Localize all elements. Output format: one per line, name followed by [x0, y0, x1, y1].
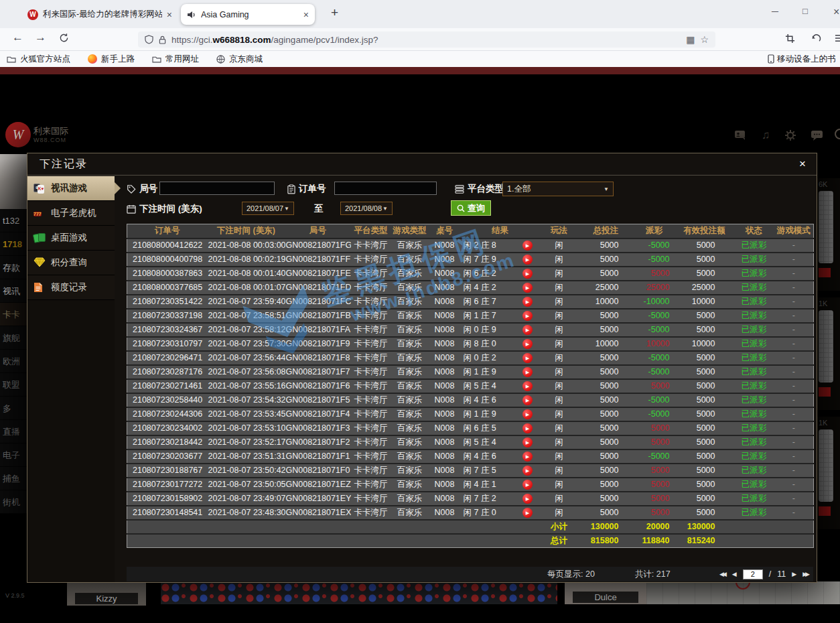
bookmark-getting-started[interactable]: 新手上路 [88, 54, 135, 65]
replay-play-button[interactable]: ▶ [522, 297, 533, 307]
replay-play-button[interactable]: ▶ [522, 311, 533, 321]
left-nav-item[interactable]: 联盟 [0, 373, 27, 397]
left-nav-item[interactable]: 存款 [0, 256, 27, 279]
left-nav-item[interactable]: 旗舰 [0, 326, 27, 350]
order-number-input[interactable] [334, 182, 437, 195]
replay-play-button[interactable]: ▶ [522, 480, 533, 490]
tab-close-icon[interactable]: × [167, 9, 172, 20]
round-number-input[interactable] [159, 182, 275, 195]
bookmark-firefox-official[interactable]: 火狐官方站点 [7, 54, 70, 65]
cell-bet-time: 2021-08-07 23:53:45 [208, 407, 285, 421]
replay-play-button[interactable]: ▶ [522, 437, 533, 447]
replay-play-button[interactable]: ▶ [522, 240, 533, 251]
left-nav-item[interactable]: 街机 [0, 490, 27, 514]
gear-icon[interactable] [784, 129, 796, 141]
date-from-picker[interactable]: 2021/08/07 ▼ [242, 202, 294, 215]
left-nav-item[interactable]: 1718 [0, 232, 27, 256]
dealer-tile-kizzy[interactable]: Kizzy [67, 581, 146, 606]
replay-play-button[interactable]: ▶ [522, 508, 533, 518]
replay-play-button[interactable]: ▶ [522, 494, 533, 504]
contact-icon[interactable] [734, 130, 748, 141]
window-close-button[interactable]: × [833, 6, 839, 18]
left-nav-item[interactable]: 捕鱼 [0, 467, 27, 490]
tab-lilai[interactable]: W 利来国际-最给力的老牌博彩网站 × [21, 4, 178, 25]
prev-page-icon[interactable]: ◀ [732, 571, 737, 577]
replay-play-button[interactable]: ▶ [522, 283, 533, 293]
last-page-icon[interactable]: ▶▶ [802, 571, 808, 577]
bookmark-jd-mall[interactable]: 京东商城 [216, 54, 263, 65]
url-bar[interactable]: https://gci.w668818.com/agingame/pcv1/in… [138, 31, 715, 48]
left-nav-item[interactable]: t132 [0, 209, 27, 232]
first-page-icon[interactable]: ◀◀ [719, 571, 725, 577]
forward-button[interactable]: → [35, 31, 46, 44]
tab-asia-gaming[interactable]: Asia Gaming × [181, 4, 315, 25]
menu-icon[interactable] [835, 33, 840, 43]
cell-payout: -5000 [634, 323, 675, 337]
replay-play-button[interactable]: ▶ [522, 353, 533, 363]
cell-round-id: GN008218071F2 [285, 435, 351, 449]
new-tab-button[interactable]: + [331, 5, 338, 20]
sidebar-item-slots[interactable]: 777 电子老虎机 [27, 201, 115, 226]
window-minimize-button[interactable]: ─ [772, 6, 778, 17]
sidebar-item-points-query[interactable]: 积分查询 [27, 251, 115, 275]
replay-play-button[interactable]: ▶ [522, 325, 533, 335]
shield-icon[interactable] [145, 35, 153, 44]
tile-bet-amount: 6K [819, 180, 840, 191]
bookmark-common-sites[interactable]: 常用网址 [152, 54, 199, 65]
window-maximize-button[interactable]: □ [802, 6, 808, 16]
music-icon[interactable]: ♫ [762, 129, 770, 142]
replay-play-button[interactable]: ▶ [522, 255, 533, 265]
replay-play-button[interactable]: ▶ [522, 423, 533, 433]
cell-bet-time: 2021-08-07 23:55:16 [208, 379, 285, 393]
left-nav-item[interactable]: 直播 [0, 420, 27, 443]
game-tile-fragment[interactable]: 1K [816, 297, 840, 410]
game-tile-fragment[interactable]: 1K [816, 417, 840, 529]
lock-icon[interactable] [159, 36, 166, 44]
platform-type-select[interactable]: 1.全部 ▼ [502, 182, 614, 196]
replay-play-button[interactable]: ▶ [522, 452, 533, 462]
left-nav-item[interactable]: 视讯 [0, 279, 27, 303]
date-to-picker[interactable]: 2021/08/08 ▼ [340, 202, 393, 215]
dealer-tile-dulce[interactable]: Dulce [565, 581, 646, 604]
cell-table-no: N008 [429, 238, 461, 253]
total-valid: 815240 [675, 534, 734, 548]
replay-play-button[interactable]: ▶ [522, 339, 533, 349]
replay-play-button[interactable]: ▶ [522, 466, 533, 476]
col-result: 结果 [461, 224, 540, 238]
chat-icon[interactable] [811, 130, 823, 141]
game-tile-fragment[interactable]: 6K [816, 178, 840, 291]
tab-close-icon[interactable]: × [303, 9, 309, 20]
screenshot-icon[interactable] [785, 33, 795, 44]
url-text[interactable]: https://gci.w668818.com/agingame/pcv1/in… [171, 35, 681, 45]
replay-play-button[interactable]: ▶ [522, 367, 533, 377]
back-button[interactable]: ← [12, 31, 23, 44]
replay-play-button[interactable]: ▶ [522, 409, 533, 419]
qr-code-icon[interactable]: ▦ [686, 34, 695, 45]
modal-close-button[interactable]: × [795, 157, 810, 171]
cell-table-no: N008 [429, 309, 461, 323]
left-nav-item[interactable]: 多 [0, 397, 27, 420]
left-nav-item[interactable]: 欧洲 [0, 350, 27, 373]
replay-play-button[interactable]: ▶ [522, 269, 533, 279]
cell-round-id: GN008218071F5 [285, 393, 351, 407]
page-input[interactable] [743, 569, 763, 579]
sidebar-item-live-games[interactable]: 9K♥ 视讯游戏 [27, 176, 115, 201]
sidebar-item-credit-records[interactable]: 额度记录 [27, 275, 115, 300]
cell-replay: ▶ [516, 365, 540, 379]
left-nav-item[interactable]: 电子 [0, 443, 27, 467]
cell-total-bet: 5000 [579, 309, 634, 323]
w88-logo[interactable]: W [5, 122, 31, 147]
left-nav-item[interactable]: 卡卡 [0, 303, 27, 326]
bookmark-mobile-device[interactable]: 移动设备上的书 [768, 51, 836, 67]
bookmark-star-icon[interactable]: ☆ [700, 34, 709, 45]
query-button[interactable]: 查询 [451, 200, 491, 216]
replay-play-button[interactable]: ▶ [522, 381, 533, 391]
sidebar-item-table-games[interactable]: 桌面游戏 [27, 226, 115, 251]
next-page-icon[interactable]: ▶ [792, 571, 796, 577]
replay-play-button[interactable]: ▶ [522, 395, 533, 405]
speaker-icon[interactable] [187, 10, 196, 19]
reload-button[interactable] [59, 33, 69, 43]
cell-method: 闲 [540, 435, 579, 449]
cell-result: 闲 1 庄 9 [461, 407, 516, 421]
undo-icon[interactable] [811, 33, 821, 44]
